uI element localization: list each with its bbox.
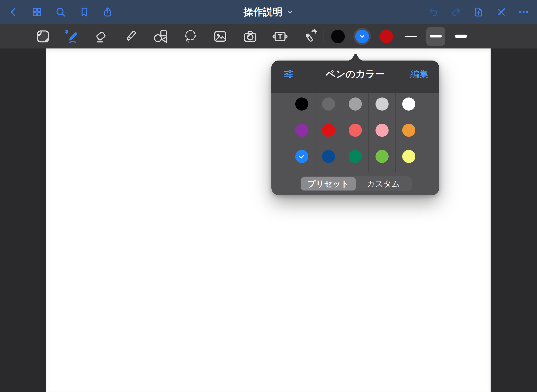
laser-pointer-tool-icon [302, 29, 318, 44]
color-swatch-blue[interactable] [295, 150, 308, 163]
nav-left-group [7, 6, 114, 18]
preset-custom-segmented-control: プリセットカスタム [300, 176, 412, 191]
color-dot [331, 30, 345, 43]
top-navigation-bar: 操作説明 [0, 0, 537, 24]
lasso-tool-button[interactable] [182, 28, 199, 45]
add-page-button[interactable] [472, 6, 485, 18]
check-icon [298, 153, 306, 160]
palette-column-5 [395, 93, 422, 172]
eraser-tool-button[interactable] [92, 28, 109, 45]
more-ellipsis-icon [518, 7, 529, 18]
color-swatch-orange[interactable] [402, 124, 415, 137]
text-tool-icon [272, 29, 288, 44]
palette-column-1 [289, 93, 315, 172]
add-page-icon [473, 7, 484, 18]
bookmark-icon [79, 7, 90, 18]
pen-tool-icon [63, 29, 78, 44]
redo-icon [450, 7, 461, 18]
stroke-line [405, 36, 417, 37]
title-chevron-down-icon [287, 9, 293, 15]
search-icon [55, 7, 66, 18]
stroke-width-group [401, 27, 470, 46]
eraser-tool-icon [93, 29, 108, 44]
image-tool-icon [213, 29, 228, 44]
sliders-icon [283, 69, 294, 80]
popover-header: ペンのカラー 編集 [271, 61, 439, 93]
undo-icon [428, 7, 439, 18]
color-swatch-purple[interactable] [295, 124, 308, 137]
toolbar-separator-2 [324, 29, 324, 44]
selected-color-ring [353, 28, 371, 45]
color-dot [379, 30, 393, 43]
share-button[interactable] [102, 6, 114, 18]
pen-crossed-icon [496, 7, 507, 18]
stroke-width-thick[interactable] [452, 27, 470, 46]
color-swatch-dark-gray[interactable] [322, 97, 335, 111]
pen-settings-button[interactable] [282, 68, 294, 80]
stroke-line [430, 35, 442, 37]
tab-custom[interactable]: カスタム [356, 177, 411, 190]
camera-tool-icon [243, 29, 258, 44]
tool-group [62, 28, 318, 45]
color-swatch-red[interactable] [322, 124, 335, 137]
thumbnails-grid-icon [31, 7, 42, 18]
color-swatch-navy[interactable] [322, 150, 335, 163]
color-swatch-black[interactable] [295, 97, 308, 111]
color-swatch-yellow[interactable] [402, 150, 415, 163]
highlighter-tool-icon [123, 29, 138, 44]
toolbar-color-red[interactable] [378, 28, 395, 45]
bookmark-button[interactable] [78, 6, 90, 18]
lasso-tool-icon [183, 29, 198, 44]
palette-grid [271, 93, 439, 172]
thumbnails-button[interactable] [31, 6, 43, 18]
color-swatch-light-gray[interactable] [375, 97, 389, 111]
disable-pen-mode-button[interactable] [495, 6, 507, 18]
palette-column-3 [342, 93, 368, 172]
color-swatch-white[interactable] [402, 97, 415, 111]
pen-color-popover: ペンのカラー 編集 プリセットカスタム [271, 61, 439, 195]
back-icon [8, 7, 19, 18]
laser-pointer-tool-button[interactable] [302, 28, 318, 45]
redo-button[interactable] [450, 6, 462, 18]
popover-arrow [346, 52, 365, 61]
edit-colors-button[interactable]: 編集 [410, 68, 428, 80]
nav-right-group [427, 6, 530, 18]
undo-button[interactable] [427, 6, 439, 18]
tools-toolbar [0, 24, 537, 48]
color-swatch-coral[interactable] [349, 124, 362, 137]
chevron-down-icon [358, 32, 366, 41]
page-panel-button[interactable] [35, 28, 51, 45]
color-swatch-gray[interactable] [349, 97, 362, 111]
toolbar-color-blue-selected[interactable] [353, 28, 371, 45]
shapes-tool-button[interactable] [152, 28, 169, 45]
palette-column-2 [315, 93, 342, 172]
color-swatch-green[interactable] [349, 150, 362, 163]
stroke-line [455, 35, 467, 38]
shapes-tool-icon [153, 29, 168, 44]
toolbar-color-black[interactable] [329, 28, 347, 45]
share-icon [102, 7, 113, 18]
document-title[interactable]: 操作説明 [244, 0, 293, 24]
back-button[interactable] [7, 6, 19, 18]
canvas-area: ペンのカラー 編集 プリセットカスタム [0, 48, 537, 392]
camera-tool-button[interactable] [242, 28, 259, 45]
search-button[interactable] [55, 6, 67, 18]
more-options-button[interactable] [518, 6, 530, 18]
highlighter-tool-button[interactable] [122, 28, 139, 45]
image-tool-button[interactable] [212, 28, 229, 45]
color-quick-swatches [329, 28, 395, 45]
color-swatch-light-green[interactable] [375, 150, 389, 163]
document-title-text: 操作説明 [244, 6, 282, 19]
text-tool-button[interactable] [272, 28, 288, 45]
page-panel-icon [35, 29, 51, 44]
stroke-width-medium-selected[interactable] [426, 27, 445, 46]
color-swatch-pink[interactable] [375, 124, 389, 137]
pen-tool-button-active[interactable] [62, 28, 79, 45]
tab-preset[interactable]: プリセット [301, 177, 356, 190]
stroke-width-thin[interactable] [401, 27, 420, 46]
palette-column-4 [368, 93, 395, 172]
toolbar-separator [57, 29, 57, 44]
